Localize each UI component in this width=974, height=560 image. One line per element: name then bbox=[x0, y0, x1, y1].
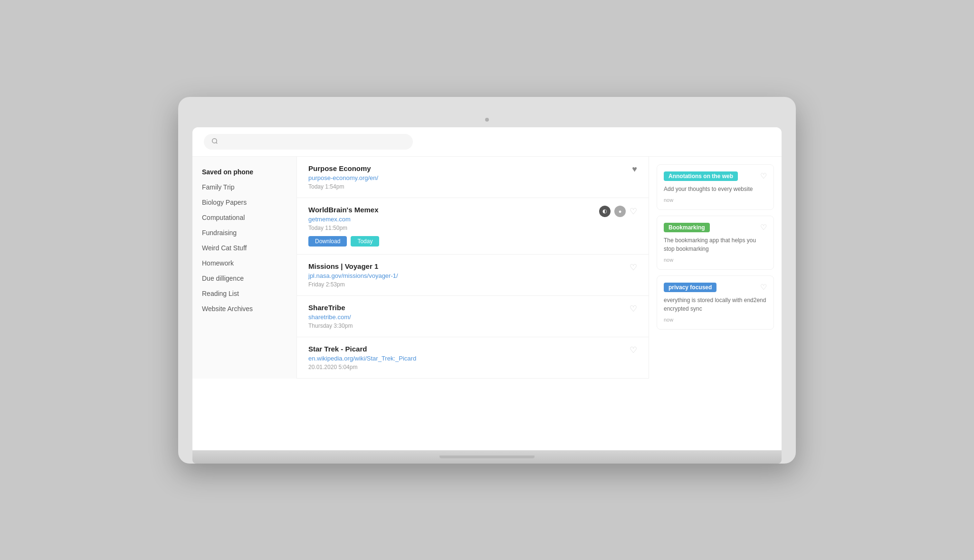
sidebar-item-reading-list[interactable]: Reading List bbox=[192, 286, 296, 301]
sidebar-item-homework[interactable]: Homework bbox=[192, 256, 296, 271]
history-actions: ♡ bbox=[630, 304, 637, 314]
history-item-missions-voyager: Missions | Voyager 1jpl.nasa.gov/mission… bbox=[297, 255, 649, 296]
history-url[interactable]: jpl.nasa.gov/missions/voyager-1/ bbox=[308, 272, 637, 279]
history-badges: DownloadToday bbox=[308, 236, 637, 247]
right-panel: Annotations on the web♡Add your thoughts… bbox=[649, 157, 782, 379]
history-url[interactable]: sharetribe.com/ bbox=[308, 313, 637, 321]
search-input[interactable] bbox=[222, 138, 405, 145]
feature-card-bookmarking: Bookmarking♡The bookmarking app that hel… bbox=[657, 216, 774, 270]
sidebar-item-family-trip[interactable]: Family Trip bbox=[192, 180, 296, 195]
history-actions: ◐●♡ bbox=[599, 206, 637, 217]
badge-download[interactable]: Download bbox=[308, 236, 347, 247]
sidebar-item-computational[interactable]: Computational bbox=[192, 210, 296, 225]
sidebar-item-biology-papers[interactable]: Biology Papers bbox=[192, 195, 296, 210]
history-time: 20.01.2020 5:04pm bbox=[308, 364, 637, 370]
history-item-worldbrain-memex: WorldBrain's Memexgetmemex.comToday 11:5… bbox=[297, 198, 649, 255]
feature-tag: Bookmarking bbox=[664, 223, 710, 232]
history-title: Star Trek - Picard bbox=[308, 345, 637, 353]
sidebar-item-weird-cat-stuff[interactable]: Weird Cat Stuff bbox=[192, 240, 296, 256]
history-time: Friday 2:53pm bbox=[308, 281, 637, 288]
history-actions: ♥ bbox=[632, 164, 637, 174]
feature-tag: privacy focused bbox=[664, 283, 716, 292]
history-item-sharetribe: ShareTribesharetribe.com/Thursday 3:30pm… bbox=[297, 296, 649, 337]
history-url[interactable]: purpose-economy.org/en/ bbox=[308, 174, 637, 181]
gray-circle-icon[interactable]: ● bbox=[614, 206, 626, 217]
sidebar: Saved on phoneFamily TripBiology PapersC… bbox=[192, 157, 297, 379]
feature-title: Add your thoughts to every website bbox=[664, 185, 767, 193]
history-time: Today 1:54pm bbox=[308, 183, 637, 190]
sidebar-item-saved-on-phone[interactable]: Saved on phone bbox=[192, 164, 296, 180]
main-content: Saved on phoneFamily TripBiology PapersC… bbox=[192, 157, 782, 379]
history-title: Purpose Economy bbox=[308, 164, 637, 172]
sidebar-item-due-dilligence[interactable]: Due dilligence bbox=[192, 271, 296, 286]
history-actions: ♡ bbox=[630, 262, 637, 273]
dark-circle-icon[interactable]: ◐ bbox=[599, 206, 611, 217]
history-time: Thursday 3:30pm bbox=[308, 323, 637, 329]
feature-card-annotations: Annotations on the web♡Add your thoughts… bbox=[657, 164, 774, 210]
history-title: ShareTribe bbox=[308, 304, 637, 312]
heart-icon[interactable]: ♥ bbox=[632, 164, 637, 174]
history-url[interactable]: getmemex.com bbox=[308, 216, 637, 223]
history-title: WorldBrain's Memex bbox=[308, 206, 637, 214]
sidebar-item-fundraising[interactable]: Fundraising bbox=[192, 225, 296, 240]
search-icon bbox=[211, 138, 218, 146]
top-bar bbox=[192, 127, 782, 157]
feature-card-privacy: privacy focused♡everything is stored loc… bbox=[657, 275, 774, 330]
search-box[interactable] bbox=[204, 134, 413, 150]
sidebar-item-website-archives[interactable]: Website Archives bbox=[192, 301, 296, 316]
svg-point-0 bbox=[212, 138, 217, 142]
history-url[interactable]: en.wikipedia.org/wiki/Star_Trek:_Picard bbox=[308, 355, 637, 362]
feature-time: now bbox=[664, 257, 767, 263]
history-item-purpose-economy: Purpose Economypurpose-economy.org/en/To… bbox=[297, 157, 649, 198]
feature-heart-icon[interactable]: ♡ bbox=[760, 283, 767, 292]
heart-icon[interactable]: ♡ bbox=[630, 304, 637, 314]
feature-time: now bbox=[664, 317, 767, 323]
heart-icon[interactable]: ♡ bbox=[630, 345, 637, 355]
history-time: Today 11:50pm bbox=[308, 225, 637, 231]
feature-title: everything is stored locally with end2en… bbox=[664, 296, 767, 313]
history-list: Purpose Economypurpose-economy.org/en/To… bbox=[297, 157, 649, 379]
history-item-star-trek-picard: Star Trek - Picarden.wikipedia.org/wiki/… bbox=[297, 337, 649, 379]
history-title: Missions | Voyager 1 bbox=[308, 262, 637, 270]
badge-today[interactable]: Today bbox=[351, 236, 379, 247]
heart-icon[interactable]: ♡ bbox=[630, 206, 637, 217]
heart-icon[interactable]: ♡ bbox=[630, 262, 637, 273]
feature-tag: Annotations on the web bbox=[664, 171, 738, 181]
feature-title: The bookmarking app that helps you stop … bbox=[664, 236, 767, 253]
feature-time: now bbox=[664, 197, 767, 203]
svg-line-1 bbox=[216, 142, 218, 143]
history-actions: ♡ bbox=[630, 345, 637, 355]
feature-heart-icon[interactable]: ♡ bbox=[760, 223, 767, 232]
feature-heart-icon[interactable]: ♡ bbox=[760, 171, 767, 180]
